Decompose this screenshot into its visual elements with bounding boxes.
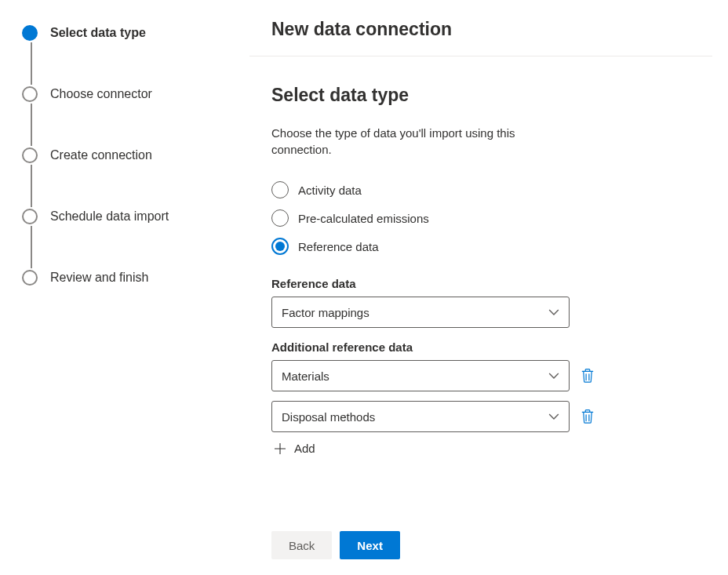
page-title: New data connection xyxy=(249,0,712,56)
reference-data-select[interactable]: Factor mappings xyxy=(271,297,570,328)
step-indicator-icon xyxy=(22,270,38,286)
section-description: Choose the type of data you'll import us… xyxy=(271,125,570,158)
step-indicator-icon xyxy=(22,86,38,102)
step-select-data-type[interactable]: Select data type xyxy=(22,24,234,42)
main-panel: New data connection Select data type Cho… xyxy=(249,0,728,575)
chevron-down-icon xyxy=(548,370,559,381)
chevron-down-icon xyxy=(548,411,559,422)
radio-dot-icon xyxy=(275,242,285,251)
radio-activity-data[interactable]: Activity data xyxy=(271,181,712,198)
section-title: Select data type xyxy=(271,85,712,106)
delete-icon[interactable] xyxy=(581,409,595,424)
step-connector xyxy=(31,104,32,146)
radio-icon xyxy=(271,181,289,198)
select-value: Materials xyxy=(282,369,329,383)
step-label: Review and finish xyxy=(50,271,148,285)
radio-label: Activity data xyxy=(298,184,362,197)
radio-label: Reference data xyxy=(298,240,379,253)
next-button[interactable]: Next xyxy=(340,531,400,559)
wizard-footer: Back Next xyxy=(249,519,712,575)
step-schedule-data-import[interactable]: Schedule data import xyxy=(22,207,234,226)
radio-label: Pre-calculated emissions xyxy=(298,212,429,225)
step-indicator-icon xyxy=(22,147,38,163)
step-label: Choose connector xyxy=(50,87,152,101)
wizard-stepper: Select data type Choose connector Create… xyxy=(0,0,249,575)
radio-icon xyxy=(271,238,289,255)
plus-icon xyxy=(274,442,286,455)
step-label: Select data type xyxy=(50,26,146,40)
radio-pre-calculated-emissions[interactable]: Pre-calculated emissions xyxy=(271,209,712,227)
step-create-connection[interactable]: Create connection xyxy=(22,146,234,165)
data-type-radio-group: Activity data Pre-calculated emissions R… xyxy=(271,181,712,255)
step-choose-connector[interactable]: Choose connector xyxy=(22,85,234,104)
reference-data-label: Reference data xyxy=(271,277,712,290)
step-connector xyxy=(31,165,32,207)
add-label: Add xyxy=(294,442,315,455)
step-label: Schedule data import xyxy=(50,209,169,224)
radio-reference-data[interactable]: Reference data xyxy=(271,238,712,255)
select-value: Disposal methods xyxy=(282,410,375,424)
additional-ref-select-2[interactable]: Disposal methods xyxy=(271,401,570,432)
radio-icon xyxy=(271,209,289,227)
step-indicator-icon xyxy=(22,209,38,224)
content-area: Select data type Choose the type of data… xyxy=(249,56,712,519)
step-connector xyxy=(31,226,32,268)
delete-icon[interactable] xyxy=(581,368,595,384)
select-value: Factor mappings xyxy=(282,306,369,319)
step-indicator-icon xyxy=(22,25,38,41)
step-label: Create connection xyxy=(50,148,152,162)
add-button[interactable]: Add xyxy=(274,442,712,455)
chevron-down-icon xyxy=(548,307,559,318)
additional-reference-data-label: Additional reference data xyxy=(271,340,712,354)
additional-ref-select-1[interactable]: Materials xyxy=(271,360,570,391)
step-connector xyxy=(31,42,32,85)
back-button[interactable]: Back xyxy=(271,531,332,559)
step-review-and-finish[interactable]: Review and finish xyxy=(22,268,234,287)
